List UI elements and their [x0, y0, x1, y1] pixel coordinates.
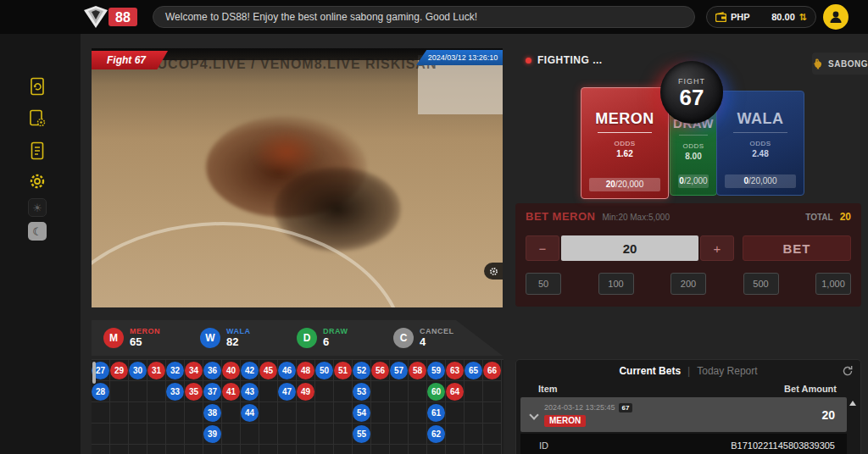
- legend-count: 4: [420, 336, 454, 348]
- result-meron-66: 66: [483, 362, 501, 379]
- meron-title: MERON: [581, 110, 668, 128]
- draw-odds-label: ODDS: [670, 142, 716, 150]
- draw-odds-value: 8.00: [670, 152, 716, 161]
- result-cell: [297, 424, 315, 445]
- result-cell: [465, 424, 483, 445]
- quick-amount-50[interactable]: 50: [526, 273, 561, 295]
- bet-amount-input[interactable]: [561, 235, 698, 261]
- fight-number-circle: FIGHT 67: [660, 61, 723, 124]
- result-wala-53: 53: [353, 383, 370, 401]
- light-theme-icon[interactable]: ☀: [28, 198, 47, 217]
- result-cell: [241, 445, 259, 454]
- video-settings-button[interactable]: [484, 263, 503, 280]
- result-cell: [427, 445, 446, 454]
- result-cell: [147, 402, 166, 424]
- stream-timestamp-badge: 2024/03/12 13:26:10: [416, 50, 503, 65]
- quick-amount-500[interactable]: 500: [743, 273, 779, 295]
- result-wala-50: 50: [315, 362, 333, 379]
- result-meron-58: 58: [409, 362, 426, 379]
- result-wala-30: 30: [129, 362, 147, 379]
- result-cell: 40: [222, 360, 241, 381]
- result-wala-62: 62: [427, 425, 445, 443]
- result-cell: [334, 381, 353, 402]
- refresh-bets-icon[interactable]: [842, 365, 854, 377]
- bet-record-icon[interactable]: [27, 76, 47, 97]
- app-root: 88 Welcome to DS88! Enjoy the best onlin…: [0, 0, 868, 454]
- user-avatar[interactable]: [823, 4, 849, 30]
- bet-card-meron[interactable]: MERON ODDS 1.62 20/20,000: [581, 87, 669, 199]
- result-cell: [371, 424, 390, 445]
- result-cell: [259, 402, 278, 424]
- result-cell: [278, 445, 297, 454]
- result-cell: [315, 445, 334, 454]
- result-cell: [185, 445, 203, 454]
- result-wala-28: 28: [92, 383, 109, 401]
- result-cell: [465, 381, 483, 402]
- quick-amount-200[interactable]: 200: [670, 273, 706, 295]
- result-cell: 45: [259, 360, 278, 381]
- tab-sabong[interactable]: SABONG: [812, 53, 868, 75]
- grid-scrollbar-thumb[interactable]: [92, 362, 96, 384]
- rules-list-icon[interactable]: [27, 141, 47, 161]
- bet-card-wala[interactable]: WALA ODDS 2.48 0/20,000: [716, 91, 804, 196]
- balance-value: 80.00: [771, 12, 795, 22]
- result-wala-46: 46: [278, 362, 296, 379]
- result-cell: [203, 445, 222, 454]
- result-cell: [185, 402, 203, 424]
- legend-meron: MMERON65: [103, 328, 188, 348]
- bet-time: 2024-03-12 13:25:45: [544, 403, 615, 412]
- result-cell: 64: [446, 381, 465, 402]
- tab-today-report[interactable]: Today Report: [697, 365, 757, 377]
- results-history-grid[interactable]: 2728293031323334353637383940414243444546…: [92, 359, 504, 454]
- dark-theme-icon[interactable]: ☾: [28, 222, 47, 241]
- quick-amount-1,000[interactable]: 1,000: [815, 273, 851, 295]
- result-cell: [371, 381, 390, 402]
- result-cell: 49: [297, 381, 315, 402]
- result-cell: [483, 381, 502, 402]
- result-cell: 54: [353, 402, 371, 424]
- refresh-balance-icon[interactable]: ⇅: [799, 12, 807, 23]
- bet-button[interactable]: BET: [743, 235, 851, 261]
- settings-gear-icon[interactable]: [27, 171, 47, 191]
- tab-current-bets[interactable]: Current Bets: [619, 365, 681, 377]
- live-video-player[interactable]: UCOP4.LIVE / VENOM8.LIVE RISKISAN Fight …: [92, 48, 503, 307]
- decrease-amount-button[interactable]: −: [526, 235, 559, 261]
- game-report-icon[interactable]: [27, 108, 47, 129]
- status-dot: [526, 58, 531, 64]
- bet-row[interactable]: 2024-03-12 13:25:45 67 MERON 20: [520, 397, 847, 432]
- result-cell: 63: [446, 360, 465, 381]
- result-wala-57: 57: [390, 362, 408, 379]
- result-cell: [147, 381, 166, 402]
- draw-pool: 0/2,000: [678, 174, 709, 188]
- increase-amount-button[interactable]: +: [700, 235, 734, 261]
- result-cell: 44: [241, 402, 259, 424]
- currency-label: PHP: [731, 12, 750, 22]
- chevron-down-icon[interactable]: [529, 410, 538, 419]
- fight-number: 67: [680, 86, 704, 108]
- result-cell: 31: [147, 360, 166, 381]
- welcome-text: Welcome to DS88! Enjoy the best online s…: [165, 11, 477, 23]
- wala-legend-icon: W: [200, 328, 220, 348]
- wallet-balance[interactable]: PHP 80.00 ⇅: [706, 6, 816, 28]
- result-cell: [166, 445, 185, 454]
- result-cell: [222, 424, 241, 445]
- result-cell: [129, 381, 147, 402]
- result-cell: [129, 424, 147, 445]
- result-cell: 33: [166, 381, 185, 402]
- quick-amount-100[interactable]: 100: [598, 273, 634, 295]
- result-cell: 53: [353, 381, 371, 402]
- match-status: FIGHTING ...: [526, 54, 603, 66]
- result-cell: [259, 381, 278, 402]
- scroll-up-arrow[interactable]: [849, 401, 856, 406]
- result-wala-37: 37: [203, 383, 221, 401]
- legend-count: 65: [130, 336, 160, 348]
- wala-pool: 0/20,000: [725, 174, 796, 188]
- result-draw-60: 60: [427, 383, 445, 401]
- result-wala-44: 44: [241, 404, 259, 422]
- ds88-logo[interactable]: 88: [83, 5, 144, 29]
- announcement-bar: Welcome to DS88! Enjoy the best online s…: [153, 6, 695, 28]
- result-meron-41: 41: [222, 383, 240, 401]
- result-cell: [297, 402, 315, 424]
- tab-divider: |: [687, 365, 690, 377]
- result-cell: [92, 402, 110, 424]
